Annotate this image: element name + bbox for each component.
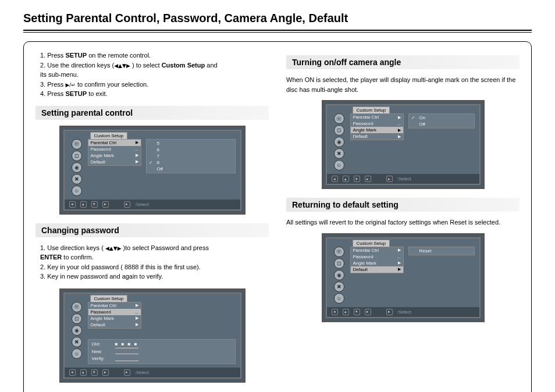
value-on[interactable]: ✓On bbox=[411, 115, 472, 121]
lang-icon: ㊮ bbox=[72, 302, 82, 312]
menu-default[interactable]: Default▶ bbox=[351, 266, 403, 273]
menu-angle[interactable]: Angle Mark▶ bbox=[351, 260, 403, 266]
osd-icon-col: ㊮ ⊡ ◉ ✖ ☺ bbox=[332, 247, 347, 304]
key-right-icon: ▸ bbox=[365, 176, 371, 182]
setup-icon: ✖ bbox=[334, 148, 344, 159]
osd-password: Custom Setup ㊮ ⊡ ◉ ✖ ☺ Parental Ctrl▶ bbox=[59, 288, 246, 383]
key-play-icon: ▸ bbox=[124, 201, 130, 208]
value-reset[interactable]: Reset bbox=[411, 248, 472, 254]
osd-tab: Custom Setup bbox=[353, 106, 390, 114]
menu-parental[interactable]: Parental Ctrl▶ bbox=[88, 140, 141, 146]
key-right-icon: ▸ bbox=[102, 201, 109, 208]
osd-values: 5 6 7 ✓8 Off bbox=[146, 139, 236, 174]
osd-footer: ◂ ▴ ▾ ▸ ▸ :Select bbox=[327, 174, 479, 184]
menu-angle[interactable]: Angle Mark▶ bbox=[88, 152, 141, 159]
setup-icon: ✖ bbox=[72, 174, 82, 184]
menu-parental[interactable]: Parental Ctrl▶ bbox=[351, 247, 403, 254]
right-column: Turning on/off camera angle When ON is s… bbox=[286, 51, 520, 391]
osd-menu: Parental Ctrl▶ Password... Angle Mark▶ D… bbox=[88, 139, 141, 166]
audio-icon: ◉ bbox=[72, 325, 82, 336]
misc-icon: ☺ bbox=[334, 160, 344, 170]
password-steps: 1. Use direction keys ( ◀▲▼▶ )to select … bbox=[40, 243, 269, 281]
audio-icon: ◉ bbox=[334, 270, 344, 280]
lang-icon: ㊮ bbox=[334, 113, 344, 124]
value-off[interactable]: Off bbox=[411, 121, 472, 127]
osd-footer: ◂ ▴ ▾ ▸ ▸ :Select bbox=[327, 307, 479, 317]
angle-text: When ON is selected, the player will dis… bbox=[286, 75, 520, 94]
key-down-icon: ▾ bbox=[91, 201, 98, 208]
value-6[interactable]: 6 bbox=[149, 147, 233, 153]
osd-menu: Parental Ctrl▶ Password... Angle Mark▶ D… bbox=[88, 302, 141, 329]
menu-default[interactable]: Default▶ bbox=[351, 133, 403, 140]
old-pw-field[interactable]: ■ ■ ■ ■ bbox=[115, 341, 138, 348]
osd-values: ✓On Off bbox=[408, 113, 475, 129]
audio-icon: ◉ bbox=[72, 162, 82, 173]
value-7[interactable]: 7 bbox=[149, 153, 233, 159]
osd-menu: Parental Ctrl▶ Password... Angle Mark▶ D… bbox=[350, 247, 404, 273]
key-left-icon: ◂ bbox=[332, 309, 338, 315]
menu-password[interactable]: Password... bbox=[351, 120, 403, 127]
menu-password[interactable]: Password... bbox=[88, 146, 141, 152]
osd-parental: Custom Setup ㊮ ⊡ ◉ ✖ ☺ Parental Ctrl▶ bbox=[59, 126, 246, 215]
new-pw-field[interactable] bbox=[115, 350, 138, 354]
value-5[interactable]: 5 bbox=[149, 140, 233, 147]
osd-icon-col: ㊮ ⊡ ◉ ✖ ☺ bbox=[69, 139, 84, 196]
password-entry: Old:■ ■ ■ ■ New: Verify: bbox=[88, 339, 236, 364]
key-up-icon: ▴ bbox=[80, 201, 87, 208]
key-left-icon: ◂ bbox=[69, 369, 76, 376]
menu-angle[interactable]: Angle Mark▶ bbox=[88, 315, 141, 322]
osd-default: Custom Setup ㊮ ⊡ ◉ ✖ ☺ Parental Ctrl▶ bbox=[322, 233, 485, 322]
video-icon: ⊡ bbox=[334, 125, 344, 136]
osd-menu: Parental Ctrl▶ Password... Angle Mark▶ D… bbox=[350, 113, 404, 140]
title-rule bbox=[23, 30, 532, 33]
osd-icon-col: ㊮ ⊡ ◉ ✖ ☺ bbox=[69, 302, 84, 364]
lang-icon: ㊮ bbox=[72, 139, 82, 149]
section-password: Changing password bbox=[35, 223, 269, 237]
key-down-icon: ▾ bbox=[91, 369, 98, 376]
key-play-icon: ▸ bbox=[386, 176, 393, 182]
osd-tab: Custom Setup bbox=[90, 295, 128, 302]
misc-icon: ☺ bbox=[72, 186, 82, 196]
default-text: All settings will revert to the original… bbox=[286, 218, 520, 227]
osd-angle: Custom Setup ㊮ ⊡ ◉ ✖ ☺ Parental Ctrl▶ bbox=[322, 100, 485, 189]
key-play-icon: ▸ bbox=[124, 369, 130, 376]
menu-default[interactable]: Default▶ bbox=[88, 322, 141, 328]
menu-password[interactable]: Password... bbox=[351, 254, 403, 260]
misc-icon: ☺ bbox=[72, 348, 82, 359]
osd-icon-col: ㊮ ⊡ ◉ ✖ ☺ bbox=[332, 113, 347, 170]
osd-footer: ◂ ▴ ▾ ▸ ▸ :Select bbox=[65, 199, 240, 209]
key-up-icon: ▴ bbox=[80, 369, 87, 376]
section-default: Returning to default setting bbox=[286, 198, 520, 212]
menu-parental[interactable]: Parental Ctrl▶ bbox=[351, 114, 403, 120]
setup-icon: ✖ bbox=[334, 281, 344, 292]
value-off[interactable]: Off bbox=[149, 166, 233, 172]
page-title: Setting Parental Control, Password, Came… bbox=[23, 12, 532, 25]
osd-footer: ◂ ▴ ▾ ▸ ▸ :Select bbox=[65, 368, 240, 377]
video-icon: ⊡ bbox=[334, 258, 344, 269]
arrows-icon: ◀▲▼▶ bbox=[114, 63, 130, 69]
section-parental: Setting parental control bbox=[35, 106, 269, 120]
menu-parental[interactable]: Parental Ctrl▶ bbox=[88, 302, 141, 309]
left-column: 1. Press SETUP on the remote control. 2.… bbox=[35, 51, 269, 391]
menu-default[interactable]: Default▶ bbox=[88, 159, 141, 165]
key-down-icon: ▾ bbox=[354, 176, 360, 182]
menu-password[interactable]: Password... bbox=[88, 309, 141, 315]
key-left-icon: ◂ bbox=[69, 201, 76, 208]
content-frame: 1. Press SETUP on the remote control. 2.… bbox=[23, 41, 532, 392]
verify-pw-field[interactable] bbox=[115, 357, 138, 361]
arrows-icon: ◀▲▼▶ bbox=[105, 245, 122, 251]
menu-angle[interactable]: Angle Mark▶ bbox=[351, 127, 403, 133]
value-8[interactable]: ✓8 bbox=[149, 159, 233, 166]
audio-icon: ◉ bbox=[334, 137, 344, 147]
key-right-icon: ▸ bbox=[365, 309, 371, 315]
key-left-icon: ◂ bbox=[332, 176, 338, 182]
key-down-icon: ▾ bbox=[354, 309, 360, 315]
key-right-icon: ▸ bbox=[102, 369, 109, 376]
enter-icon: ▶/↵ bbox=[65, 82, 76, 88]
video-icon: ⊡ bbox=[72, 313, 82, 324]
misc-icon: ☺ bbox=[334, 293, 344, 304]
osd-values: Reset bbox=[408, 247, 475, 255]
intro-steps: 1. Press SETUP on the remote control. 2.… bbox=[40, 51, 269, 99]
lang-icon: ㊮ bbox=[334, 247, 344, 257]
key-up-icon: ▴ bbox=[343, 309, 349, 315]
